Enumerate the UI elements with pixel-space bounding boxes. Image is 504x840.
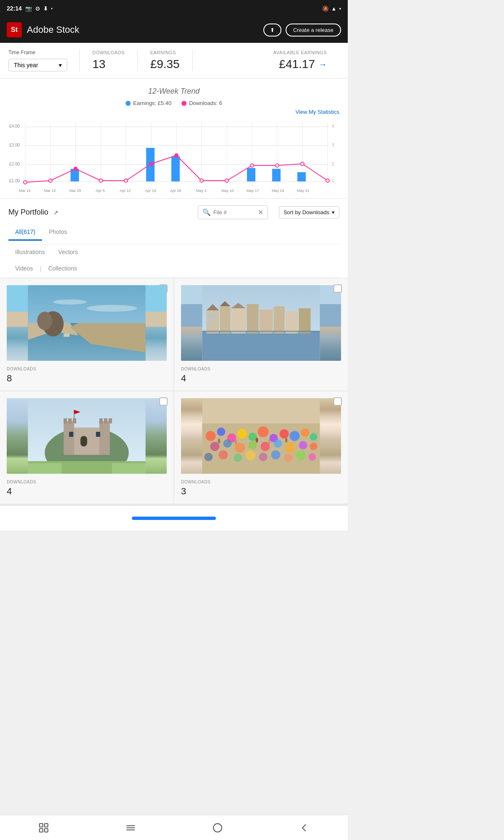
svg-rect-73 — [286, 311, 298, 333]
chart-area: 12-Week Trend Earnings: £5.40 Downloads:… — [0, 79, 348, 199]
earnings-stat: EARNINGS £9.35 — [138, 50, 193, 71]
tab-photos[interactable]: Photos — [42, 224, 74, 241]
stats-area: Time Frame This year ▾ DOWNLOADS 13 EARN… — [0, 43, 348, 79]
tabs-row-3: Videos | Collections — [8, 261, 339, 278]
svg-rect-140 — [45, 829, 48, 832]
download-icon: ⬇ — [43, 5, 48, 12]
tab-all[interactable]: All(617) — [8, 224, 42, 241]
svg-point-119 — [274, 439, 282, 448]
upload-button[interactable]: ⬆ — [263, 24, 281, 37]
portfolio-item-4: DOWNLOADS 3 — [174, 391, 348, 504]
svg-point-112 — [301, 428, 310, 437]
tab-collections[interactable]: Collections — [42, 261, 84, 277]
svg-point-59 — [53, 299, 87, 304]
bottom-nav — [0, 815, 348, 840]
svg-point-43 — [326, 179, 329, 182]
create-release-button[interactable]: Create a release — [286, 24, 341, 37]
portfolio-item-checkbox-2[interactable] — [333, 284, 342, 293]
svg-text:Mar 15: Mar 15 — [19, 189, 31, 193]
tab-illustrations[interactable]: Illustrations — [8, 244, 52, 261]
svg-rect-80 — [209, 321, 211, 324]
portfolio-search-bar[interactable]: 🔍 ✕ — [198, 205, 268, 219]
svg-point-126 — [246, 450, 256, 460]
status-bar-right: 🔕 ▲ ▪ — [322, 5, 341, 12]
portfolio-item-downloads-value-3: 4 — [7, 486, 167, 497]
svg-point-63 — [37, 312, 52, 330]
portfolio-section: My Portfolio ↗ 🔍 ✕ Sort by Downloads ▾ A… — [0, 199, 348, 278]
svg-point-113 — [310, 433, 318, 441]
svg-point-115 — [223, 439, 232, 448]
svg-rect-87 — [64, 418, 67, 423]
external-link-icon[interactable]: ↗ — [53, 209, 58, 216]
svg-text:May 3: May 3 — [196, 189, 207, 193]
portfolio-header: My Portfolio ↗ — [8, 208, 58, 217]
app-header-left: St Adobe Stock — [7, 22, 79, 37]
clear-search-icon[interactable]: ✕ — [258, 208, 263, 216]
svg-rect-27 — [171, 156, 180, 181]
nav-back[interactable] — [299, 822, 310, 833]
svg-point-31 — [24, 181, 27, 184]
svg-point-39 — [225, 179, 228, 182]
svg-point-134 — [256, 438, 258, 443]
view-stats-link[interactable]: View My Statistics — [8, 109, 339, 115]
portfolio-item-checkbox-4[interactable] — [333, 397, 342, 406]
svg-rect-28 — [247, 168, 255, 181]
svg-point-129 — [284, 454, 293, 462]
legend-earnings: Earnings: £5.40 — [126, 100, 171, 106]
timeframe-select[interactable]: This year ▾ — [8, 59, 67, 71]
svg-text:2: 2 — [332, 162, 334, 166]
svg-rect-71 — [260, 310, 273, 333]
portfolio-title: My Portfolio — [8, 208, 48, 217]
svg-text:Apr 26: Apr 26 — [170, 189, 181, 193]
svg-text:£4.00: £4.00 — [9, 124, 20, 129]
svg-rect-64 — [64, 333, 70, 337]
svg-rect-72 — [274, 306, 285, 333]
sort-chevron-icon: ▾ — [332, 209, 335, 215]
status-bar-left: 22:14 📷 ⊙ ⬇ • — [7, 5, 52, 12]
available-earnings-value: £41.17 — [279, 58, 315, 71]
svg-rect-89 — [73, 418, 76, 423]
svg-point-122 — [310, 443, 318, 450]
svg-point-42 — [301, 162, 304, 165]
nav-menu[interactable] — [125, 822, 136, 833]
svg-rect-74 — [299, 308, 311, 333]
chart-title: 12-Week Trend — [8, 87, 339, 96]
svg-text:May 31: May 31 — [297, 189, 310, 193]
sort-dropdown[interactable]: Sort by Downloads ▾ — [279, 206, 339, 218]
svg-point-106 — [237, 429, 247, 439]
svg-rect-88 — [68, 418, 72, 423]
svg-rect-96 — [69, 432, 74, 437]
available-earnings-value-row: £41.17 → — [273, 58, 327, 71]
svg-rect-95 — [81, 436, 87, 446]
portfolio-item-checkbox-3[interactable] — [159, 397, 168, 406]
portfolio-item-downloads-label-2: DOWNLOADS — [181, 367, 341, 371]
portfolio-item-image-3 — [7, 398, 167, 474]
svg-point-132 — [218, 438, 220, 444]
svg-rect-139 — [39, 829, 43, 832]
earnings-dot — [126, 101, 131, 106]
dot-icon: • — [51, 6, 53, 11]
svg-text:May 17: May 17 — [247, 189, 259, 193]
svg-point-41 — [276, 164, 279, 167]
svg-point-111 — [290, 431, 300, 441]
svg-text:3: 3 — [332, 143, 334, 147]
svg-rect-97 — [96, 432, 100, 437]
nav-home[interactable] — [212, 822, 223, 833]
available-earnings-label: AVAILABLE EARNINGS — [273, 50, 327, 55]
svg-point-120 — [286, 443, 296, 453]
svg-point-114 — [210, 442, 220, 451]
svg-rect-67 — [207, 310, 219, 333]
nav-gallery[interactable] — [38, 822, 49, 833]
svg-text:May 10: May 10 — [221, 189, 234, 193]
portfolio-grid: DOWNLOADS 8 — [0, 278, 348, 504]
downloads-dot — [181, 101, 186, 106]
available-earnings-arrow[interactable]: → — [318, 60, 327, 69]
search-input[interactable] — [213, 209, 255, 215]
tab-videos[interactable]: Videos — [8, 261, 40, 277]
tabs-row-2: Illustrations Vectors — [8, 244, 339, 261]
notification-icon: 📷 — [25, 5, 32, 12]
tab-vectors[interactable]: Vectors — [52, 244, 85, 261]
svg-text:Apr 19: Apr 19 — [145, 189, 156, 193]
portfolio-item-downloads-label-3: DOWNLOADS — [7, 480, 167, 484]
svg-point-123 — [205, 453, 213, 461]
